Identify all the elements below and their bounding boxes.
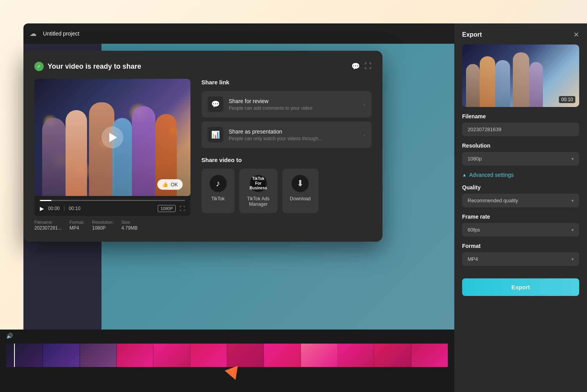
thumbs-ok-badge: 👍 OK	[157, 179, 183, 190]
framerate-field-label: Frame rate	[462, 214, 579, 220]
project-title: Untitled project	[43, 30, 467, 37]
cloud-icon: ☁	[30, 29, 37, 38]
film-frame	[190, 344, 227, 367]
export-thumbnail: 00:10	[462, 45, 579, 107]
modal-title: Your video is ready to share	[48, 62, 141, 71]
export-quality-field: Quality Recommended quality ▾	[454, 184, 587, 214]
video-meta: Filename: 202307281... Format: MP4 Resol…	[34, 220, 190, 231]
timeline-track-container	[6, 344, 448, 367]
framerate-chevron-icon: ▾	[571, 227, 574, 233]
advanced-settings-label: Advanced settings	[469, 172, 514, 178]
video-thumbnail: 👍 OK	[34, 79, 190, 196]
video-preview: 👍 OK ▶ 00:00 | 00:10 1080P ⛶	[34, 79, 190, 231]
format-value: MP4	[69, 225, 84, 231]
format-select[interactable]: MP4 ▾	[462, 252, 579, 266]
film-frame	[411, 344, 448, 367]
share-review-text: Share for review People can add comments…	[229, 98, 358, 111]
size-value: 4.79MB	[121, 225, 137, 231]
volume-icon[interactable]: 🔊	[6, 333, 13, 339]
current-time: 00:00	[48, 206, 60, 211]
export-close-button[interactable]: ✕	[573, 30, 579, 39]
timeline-area: 🔊	[0, 330, 454, 392]
thumbs-icon: 👍	[162, 182, 168, 187]
meta-filename: Filename: 202307281...	[34, 220, 62, 231]
resolution-chevron-icon: ▾	[571, 156, 574, 162]
format-field-label: Format	[462, 243, 579, 249]
progress-fill	[40, 200, 52, 201]
filmstrip	[6, 344, 448, 367]
share-review-chevron-icon: ›	[363, 101, 365, 107]
presentation-icon: 📊	[211, 130, 220, 139]
tiktok-ads-icon-box: TikTok For Business	[250, 175, 267, 192]
download-share-item[interactable]: ⬇ Download	[282, 169, 318, 213]
tiktok-logo-icon: ♪	[216, 178, 220, 189]
ok-text: OK	[171, 182, 178, 187]
comment-icon[interactable]: 💬	[351, 62, 360, 71]
fullscreen-icon[interactable]: ⛶	[180, 205, 185, 212]
format-select-value: MP4	[468, 256, 478, 262]
tiktok-ads-label: TikTok AdsManager	[247, 196, 270, 207]
export-resolution-field: Resolution 1080p ▾	[454, 143, 587, 172]
share-as-presentation-item[interactable]: 📊 Share as presentation People can only …	[201, 121, 372, 148]
film-frame	[301, 344, 338, 367]
share-presentation-desc: People can only watch your videos throug…	[229, 136, 358, 141]
tiktok-ads-share-item[interactable]: TikTok For Business TikTok AdsManager	[239, 169, 277, 213]
share-review-title: Share for review	[229, 98, 358, 104]
format-label: Format:	[69, 220, 84, 225]
play-icon-small[interactable]: ▶	[40, 205, 44, 212]
progress-bar[interactable]	[40, 200, 185, 201]
share-review-icon-box: 💬	[208, 96, 223, 112]
modal-title-row: ✓ Your video is ready to share	[34, 62, 141, 71]
meta-format: Format: MP4	[69, 220, 84, 231]
resolution-select[interactable]: 1080p ▾	[462, 152, 579, 166]
advanced-settings-toggle[interactable]: ▲ Advanced settings	[454, 172, 587, 184]
tiktok-label: TikTok	[211, 196, 224, 201]
export-panel: Export ✕ 00:10 Filename Resolution 1080p…	[454, 23, 587, 392]
quality-select[interactable]: Recommended quality ▾	[462, 194, 579, 207]
export-button[interactable]: Export	[462, 278, 579, 296]
quality-badge: 1080P	[158, 205, 176, 212]
share-presentation-icon-box: 📊	[208, 127, 223, 143]
export-filename-field: Filename	[454, 113, 587, 143]
share-for-review-item[interactable]: 💬 Share for review People can add commen…	[201, 91, 372, 118]
tiktok-share-item[interactable]: ♪ TikTok	[201, 169, 235, 213]
expand-icon[interactable]: ⛶	[365, 62, 372, 71]
modal-content: 👍 OK ▶ 00:00 | 00:10 1080P ⛶	[34, 79, 372, 231]
modal-header-icons: 💬 ⛶	[351, 62, 372, 71]
playhead[interactable]	[14, 344, 15, 367]
filename-field-label: Filename	[462, 113, 579, 119]
share-options: Share link 💬 Share for review People can…	[201, 79, 372, 231]
framerate-select-value: 60fps	[468, 227, 480, 233]
advanced-chevron-icon: ▲	[462, 172, 467, 178]
download-label: Download	[290, 196, 311, 201]
controls-row: ▶ 00:00 | 00:10 1080P ⛶	[40, 205, 185, 212]
film-frame	[227, 344, 264, 367]
tiktok-ads-logo-icon: TikTok For Business	[251, 176, 265, 191]
share-to-items: ♪ TikTok TikTok For Business TikTok AdsM…	[201, 169, 372, 213]
film-frame	[264, 344, 301, 367]
modal-header: ✓ Your video is ready to share 💬 ⛶	[34, 62, 372, 71]
play-triangle-icon	[109, 133, 117, 142]
download-icon-box: ⬇	[292, 175, 309, 192]
share-presentation-title: Share as presentation	[229, 128, 358, 135]
comment-bubble-icon: 💬	[211, 100, 220, 109]
filename-input[interactable]	[462, 123, 579, 136]
share-link-title: Share link	[201, 79, 372, 86]
play-button-overlay[interactable]	[101, 127, 123, 148]
share-video-to-title: Share video to	[201, 157, 372, 163]
filename-value: 202307281...	[34, 225, 62, 231]
export-header: Export ✕	[454, 23, 587, 45]
framerate-select[interactable]: 60fps ▾	[462, 223, 579, 237]
timeline-track[interactable]	[6, 344, 448, 367]
share-presentation-chevron-icon: ›	[363, 132, 365, 138]
resolution-value: 1080P	[92, 225, 114, 231]
meta-size: Size: 4.79MB	[121, 220, 137, 231]
share-video-to-section: Share video to ♪ TikTok TikTok For Busin…	[201, 157, 372, 213]
export-duration: 00:10	[559, 96, 575, 103]
quality-select-value: Recommended quality	[468, 198, 518, 203]
export-format-field: Format MP4 ▾	[454, 243, 587, 272]
time-separator: |	[64, 206, 65, 211]
resolution-field-label: Resolution	[462, 143, 579, 149]
quality-chevron-icon: ▾	[571, 198, 574, 203]
film-frame	[43, 344, 80, 367]
